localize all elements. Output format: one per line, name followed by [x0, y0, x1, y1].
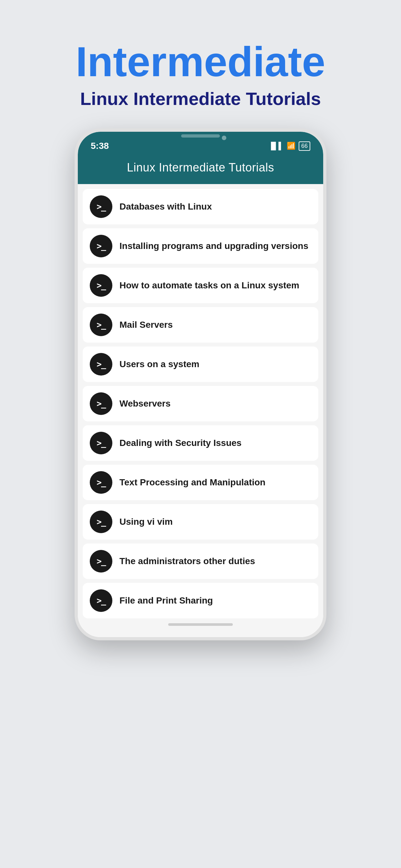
list-item[interactable]: >_The administrators other duties [83, 544, 318, 579]
terminal-icon-symbol: >_ [96, 320, 105, 330]
terminal-icon-symbol: >_ [96, 438, 105, 448]
page-header: Intermediate Linux Intermediate Tutorial… [75, 0, 325, 109]
terminal-icon: >_ [90, 392, 112, 415]
terminal-icon: >_ [90, 195, 112, 218]
list-item[interactable]: >_Text Processing and Manipulation [83, 465, 318, 500]
item-label: File and Print Sharing [120, 595, 311, 607]
terminal-icon: >_ [90, 353, 112, 376]
terminal-icon: >_ [90, 589, 112, 612]
phone-body: >_Databases with Linux>_Installing progr… [78, 184, 323, 637]
page-subtitle: Linux Intermediate Tutorials [75, 88, 325, 109]
terminal-icon: >_ [90, 432, 112, 454]
terminal-icon: >_ [90, 510, 112, 533]
item-label: Installing programs and upgrading versio… [120, 240, 311, 252]
terminal-icon-symbol: >_ [96, 477, 105, 487]
terminal-icon-symbol: >_ [96, 202, 105, 212]
terminal-icon-symbol: >_ [96, 241, 105, 251]
notch-camera [222, 135, 226, 140]
notch-pill [181, 134, 220, 137]
terminal-icon-symbol: >_ [96, 399, 105, 408]
status-icons: ▐▌▌ 📶 66 [268, 142, 310, 151]
terminal-icon-symbol: >_ [96, 360, 105, 369]
phone-notch [165, 132, 236, 145]
app-header: Linux Intermediate Tutorials [78, 154, 323, 184]
list-item[interactable]: >_Mail Servers [83, 307, 318, 343]
status-time: 5:38 [91, 141, 109, 151]
list-item[interactable]: >_Installing programs and upgrading vers… [83, 228, 318, 264]
app-header-title: Linux Intermediate Tutorials [127, 161, 274, 174]
phone-top: 5:38 ▐▌▌ 📶 66 Linux Intermediate Tutoria… [78, 132, 323, 184]
item-label: Users on a system [120, 359, 311, 370]
terminal-icon-symbol: >_ [96, 556, 105, 566]
item-label: Databases with Linux [120, 201, 311, 213]
item-label: The administrators other duties [120, 555, 311, 567]
item-label: Text Processing and Manipulation [120, 476, 311, 488]
home-indicator [168, 623, 233, 626]
list-item[interactable]: >_Users on a system [83, 346, 318, 382]
list-item[interactable]: >_How to automate tasks on a Linux syste… [83, 268, 318, 303]
list-item[interactable]: >_Webservers [83, 386, 318, 422]
phone-mockup: 5:38 ▐▌▌ 📶 66 Linux Intermediate Tutoria… [74, 128, 327, 640]
terminal-icon: >_ [90, 274, 112, 297]
item-label: Dealing with Security Issues [120, 437, 311, 449]
terminal-icon-symbol: >_ [96, 517, 105, 527]
item-label: Using vi vim [120, 516, 311, 528]
list-item[interactable]: >_Using vi vim [83, 504, 318, 539]
item-label: How to automate tasks on a Linux system [120, 280, 311, 291]
page-title: Intermediate [75, 39, 325, 85]
item-label: Webservers [120, 398, 311, 409]
terminal-icon: >_ [90, 550, 112, 572]
wifi-icon: 📶 [287, 142, 296, 150]
list-item[interactable]: >_File and Print Sharing [83, 583, 318, 618]
terminal-icon: >_ [90, 235, 112, 257]
terminal-icon-symbol: >_ [96, 281, 105, 290]
list-item[interactable]: >_Dealing with Security Issues [83, 425, 318, 461]
list-item[interactable]: >_Databases with Linux [83, 189, 318, 224]
terminal-icon-symbol: >_ [96, 596, 105, 606]
terminal-icon: >_ [90, 314, 112, 336]
item-label: Mail Servers [120, 319, 311, 331]
menu-list: >_Databases with Linux>_Installing progr… [83, 189, 318, 618]
battery-icon: 66 [299, 142, 310, 151]
terminal-icon: >_ [90, 471, 112, 494]
signal-icon: ▐▌▌ [268, 142, 283, 150]
